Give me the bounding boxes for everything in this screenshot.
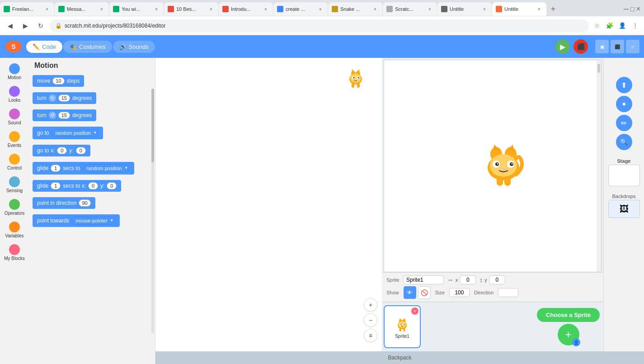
tab-code[interactable]: ✏️ Code <box>26 41 62 53</box>
block-point-dir[interactable]: point in direction 90 <box>33 197 151 212</box>
zoom-out-button[interactable]: − <box>364 313 377 327</box>
stage-right-search-button[interactable]: 🔍 <box>616 134 632 150</box>
tab-sounds[interactable]: 🔊 Sounds <box>113 41 155 53</box>
small-stage-button[interactable]: ▣ <box>595 40 609 53</box>
backpack-bar[interactable]: Backpack <box>155 351 644 364</box>
zoom-in-button[interactable]: + <box>364 298 377 312</box>
goto-x-input[interactable]: 0 <box>57 147 67 154</box>
block-turn-cw[interactable]: turn ↻ 15 degrees <box>33 92 151 107</box>
stage-right-upload-button[interactable]: ⬆ <box>616 77 632 93</box>
tab-4[interactable]: 10 Bes... × <box>164 2 218 16</box>
category-myblocks[interactable]: My Blocks <box>1 242 28 263</box>
tab-costumes[interactable]: 🎭 Costumes <box>63 41 112 53</box>
block-goto-xy[interactable]: go to x: 0 y: 0 <box>33 145 151 159</box>
tab-4-close[interactable]: × <box>207 5 215 13</box>
full-stage-button[interactable]: ⬛ <box>611 40 624 53</box>
maximize-button[interactable]: □ <box>630 5 634 13</box>
tab-10-close[interactable]: × <box>536 5 543 13</box>
category-control[interactable]: Control <box>1 152 28 173</box>
show-visible-button[interactable]: 👁 <box>404 286 416 299</box>
address-bar[interactable]: 🔒 scratch.mit.edu/projects/803168084/edi… <box>50 19 589 32</box>
choose-sprite-button[interactable]: Choose a Sprite <box>537 308 600 322</box>
bookmark-star-button[interactable]: ☆ <box>592 20 602 31</box>
glide-dropdown[interactable]: random position <box>82 164 129 172</box>
x-input[interactable] <box>460 275 476 284</box>
point-dir-input[interactable]: 90 <box>79 199 90 207</box>
tab-5-close[interactable]: × <box>262 5 269 13</box>
block-glide-to[interactable]: glide 1 secs to random position <box>33 162 151 177</box>
green-flag-button[interactable]: ▶ <box>555 39 570 54</box>
sprite1-delete-button[interactable]: × <box>411 307 418 315</box>
palette-scrollbar-thumb[interactable] <box>151 89 154 162</box>
category-motion[interactable]: Motion <box>1 61 28 82</box>
backdrops-thumbnail[interactable]: 🖼 <box>608 200 640 218</box>
tab-9-close[interactable]: × <box>481 5 488 13</box>
profile-button[interactable]: 👤 <box>617 20 628 31</box>
block-glide-xy[interactable]: glide 1 secs to x: 0 y: 0 <box>33 180 151 194</box>
reload-button[interactable]: ↻ <box>34 19 47 32</box>
svg-marker-39 <box>399 318 401 320</box>
zoom-reset-button[interactable]: ≡ <box>364 329 377 342</box>
tab-3-close[interactable]: × <box>153 5 160 13</box>
new-tab-button[interactable]: + <box>547 3 559 15</box>
tab-6-favicon <box>277 6 283 12</box>
category-events[interactable]: Events <box>1 129 28 150</box>
tab-1[interactable]: Freelan... × <box>0 2 54 16</box>
tab-8[interactable]: Scratc... × <box>383 2 437 16</box>
glide-xy-text: glide <box>37 183 48 189</box>
stage-scrollbar-thumb[interactable] <box>597 64 600 73</box>
move-steps-input[interactable]: 10 <box>52 77 64 85</box>
glide-xy-secs-input[interactable]: 1 <box>51 182 61 189</box>
stop-button[interactable]: ⬛ <box>573 39 588 54</box>
size-input[interactable] <box>449 288 470 297</box>
turn-cw-degrees-input[interactable]: 15 <box>58 95 70 102</box>
tab-5[interactable]: Introdu... × <box>219 2 273 16</box>
glide-secs-input[interactable]: 1 <box>51 165 61 172</box>
svg-rect-30 <box>504 176 511 186</box>
category-operators[interactable]: Operators <box>1 197 28 218</box>
category-sensing[interactable]: Sensing <box>1 175 28 195</box>
tab-7-close[interactable]: × <box>371 5 379 13</box>
goto-y-input[interactable]: 0 <box>76 147 86 154</box>
glide-xy-x-input[interactable]: 0 <box>88 182 98 189</box>
direction-input[interactable] <box>498 288 518 297</box>
category-looks[interactable]: Looks <box>1 84 28 105</box>
y-input[interactable] <box>489 275 505 284</box>
back-button[interactable]: ◀ <box>4 19 16 32</box>
tab-7[interactable]: Snake ... × <box>328 2 382 16</box>
goto-dropdown[interactable]: random position <box>52 129 99 137</box>
tab-2[interactable]: Messa... × <box>55 2 109 16</box>
block-goto[interactable]: go to random position <box>33 127 151 142</box>
stage-right-add-button[interactable]: ✦ <box>616 96 632 112</box>
point-towards-dropdown[interactable]: mouse-pointer <box>71 217 115 225</box>
add-sprite-circle-button[interactable]: + 👤 <box>558 324 579 345</box>
block-move[interactable]: move 10 steps <box>33 75 151 90</box>
category-variables[interactable]: Variables <box>1 220 28 241</box>
show-hidden-button[interactable]: 🚫 <box>418 286 431 299</box>
block-turn-ccw[interactable]: turn ↺ 15 degrees <box>33 109 151 124</box>
tab-8-close[interactable]: × <box>426 5 433 13</box>
category-sound[interactable]: Sound <box>1 107 28 128</box>
script-area[interactable]: + − ≡ <box>155 58 382 351</box>
turn-ccw-degrees-input[interactable]: 15 <box>58 112 70 119</box>
sprite1-thumbnail[interactable]: × <box>384 305 421 348</box>
glide-xy-y-input[interactable]: 0 <box>107 182 117 189</box>
menu-button[interactable]: ⋮ <box>630 20 640 31</box>
close-button[interactable]: × <box>636 5 640 13</box>
tab-2-close[interactable]: × <box>98 5 105 13</box>
tab-9[interactable]: Untitle × <box>437 2 492 16</box>
forward-button[interactable]: ▶ <box>19 19 32 32</box>
stage-thumbnail[interactable] <box>608 165 640 186</box>
minimize-button[interactable]: ─ <box>624 5 629 13</box>
tab-1-close[interactable]: × <box>43 5 51 13</box>
extensions-button[interactable]: 🧩 <box>604 20 615 31</box>
tab-3[interactable]: You wi... × <box>109 2 164 16</box>
fullscreen-button[interactable]: ⤢ <box>626 40 639 53</box>
stage-right-paint-button[interactable]: ✏ <box>616 115 632 131</box>
sprite-name-input[interactable] <box>403 275 444 284</box>
block-point-towards[interactable]: point towards mouse-pointer <box>33 214 151 230</box>
tab-6-close[interactable]: × <box>317 5 324 13</box>
tab-6[interactable]: create ... × <box>273 2 328 16</box>
stage-panel-section: Stage <box>608 156 640 187</box>
tab-10[interactable]: Untitle × <box>492 2 546 16</box>
